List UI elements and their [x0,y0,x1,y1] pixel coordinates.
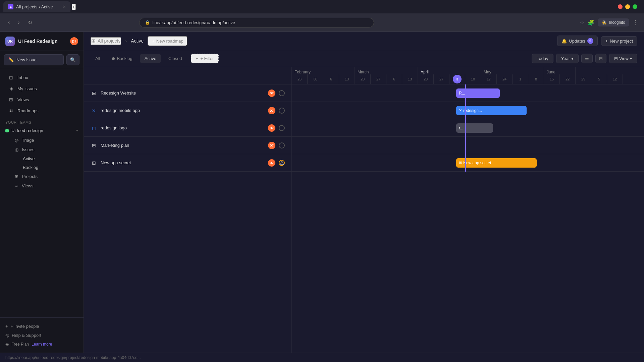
date-15: 15 [544,74,560,84]
workspace-name: UI Feed Redesign [18,39,67,44]
add-tab-button[interactable]: + [72,4,76,10]
sidebar-item-my-issues-label: My issues [17,86,37,91]
back-button[interactable]: ‹ [5,18,12,27]
sidebar-item-views[interactable]: ⊞ Views [3,94,81,105]
sidebar-item-inbox-label: Inbox [17,75,28,80]
incognito-label: Incognito [609,20,625,25]
date-20: 20 [355,74,371,84]
view-icon: ⊞ [614,56,618,61]
status-url: https://linear.app/ui-feed-redesign/proj… [5,355,141,360]
add-filter-button[interactable]: + + Filter [191,54,219,63]
filter-tab-active[interactable]: Active [140,54,161,63]
free-plan-info: ◉ Free Plan Learn more [5,340,78,349]
project-row-3[interactable]: ◻ redesign logo D7 [84,119,291,137]
incognito-button[interactable]: 🕵 Incognito [598,18,629,26]
address-bar[interactable]: 🔒 linear.app/ui-feed-redesign/roadmap/ac… [139,18,374,27]
new-issue-button[interactable]: ✏️ New issue [4,54,64,65]
search-button[interactable]: 🔍 [66,54,79,65]
project-row-5[interactable]: ⊞ New app secret D7 ⚠ [84,154,291,172]
project-1-status [279,90,285,96]
project-row-4[interactable]: ⊞ Marketing plan D7 [84,137,291,154]
filter-tab-all[interactable]: All [91,54,105,63]
date-27: 27 [371,74,386,84]
browser-chrome: ◈ All projects › Active ✕ + ✕ − + ‹ › ↻ … [0,0,644,32]
today-button[interactable]: Today [532,54,553,63]
bar-2-label: redesign... [463,108,482,113]
sidebar-item-backlog[interactable]: Backlog [20,163,81,172]
bar-2-icon: ✕ [459,108,462,113]
sidebar-item-active[interactable]: Active [20,155,81,163]
sidebar-item-triage-label: Triage [22,138,34,143]
learn-more-link[interactable]: Learn more [32,342,52,347]
year-button[interactable]: Year ▾ [556,54,579,63]
help-support-button[interactable]: ◎ Help & Support [5,331,78,340]
url-text: linear.app/ui-feed-redesign/roadmap/acti… [153,20,235,25]
gantt-bar-redesign-mobile[interactable]: ✕ redesign... [456,106,527,115]
sidebar-item-issues[interactable]: ◎ Issues [3,145,81,154]
project-row-2[interactable]: ✕ redesign mobile app D7 [84,102,291,119]
views-icon: ⊞ [8,97,14,103]
sidebar-item-projects[interactable]: ⊞ Projects [3,172,81,181]
date-29: 29 [576,74,591,84]
new-issue-label: New issue [16,57,37,62]
close-tab-button[interactable]: ✕ [62,4,66,9]
bar-5-label: New app secret [463,161,491,165]
close-window-button[interactable]: ✕ [618,4,623,9]
updates-button[interactable]: 🔔 Updates 5 [557,36,597,46]
timeline-inner: February March April May June 23 30 6 13… [292,67,644,172]
filter-tab-closed[interactable]: Closed [164,54,186,63]
roadmaps-icon: ≋ [8,108,14,114]
maximize-window-button[interactable]: + [633,4,637,9]
star-icon[interactable]: ☆ [580,19,584,26]
new-roadmap-button[interactable]: + New roadmap [148,36,187,46]
issues-children: Active Backlog [0,155,84,172]
minimize-window-button[interactable]: − [625,4,630,9]
date-20-mar: 20 [418,74,434,84]
menu-icon[interactable]: ⋮ [633,19,639,26]
new-project-button[interactable]: + New project [601,36,637,46]
gantt-bar-new-app-secret[interactable]: ⊞ New app secret [456,158,537,168]
sidebar-item-issues-label: Issues [22,147,35,152]
project-3-icon: ◻ [91,125,97,131]
triage-icon: ◎ [15,138,18,143]
list-view-button[interactable]: ☰ [581,54,593,63]
active-tab-label: Active [145,56,156,61]
view-options-button[interactable]: ⊞ View ▾ [609,54,637,63]
date-5: 5 [591,74,607,84]
all-projects-button[interactable]: ⊞ All projects [91,37,121,45]
sidebar-actions: ✏️ New issue 🔍 [0,51,84,69]
roadmap-area: ⊞ Redesign Website D7 ✕ redesign mobile … [84,67,644,353]
invite-people-button[interactable]: + + Invite people [5,322,78,331]
gantt-bar-redesign-website[interactable]: R... [456,88,500,98]
updates-badge: 5 [587,38,593,44]
month-jun: June [544,67,576,74]
status-bar: https://linear.app/ui-feed-redesign/proj… [0,353,644,362]
sidebar-item-views-team[interactable]: ≋ Views [3,181,81,190]
sidebar-item-my-issues[interactable]: ◈ My issues [3,83,81,94]
project-row-1[interactable]: ⊞ Redesign Website D7 [84,84,291,102]
date-3-today-container: 3 [449,74,465,84]
gantt-bar-redesign-logo[interactable]: r... [456,123,493,133]
views-team-icon: ≋ [15,183,18,188]
reload-button[interactable]: ↻ [25,18,35,27]
filter-tab-backlog[interactable]: Backlog [107,54,137,63]
active-tab[interactable]: ◈ All projects › Active ✕ [3,1,70,12]
user-avatar[interactable]: D7 [70,37,78,45]
help-label: Help & Support [12,333,41,338]
grid-view-button[interactable]: ⊞ [595,54,606,63]
header-right: 🔔 Updates 5 + New project [557,36,637,46]
tab-favicon: ◈ [8,4,13,9]
sidebar-item-roadmaps[interactable]: ≋ Roadmaps [3,105,81,116]
month-apr: April [418,67,481,74]
year-label: Year [561,56,570,61]
sidebar-item-inbox[interactable]: ◻ Inbox [3,72,81,83]
project-4-icon: ⊞ [91,142,97,149]
forward-button[interactable]: › [15,18,22,27]
project-2-name: redesign mobile app [101,108,265,113]
extension-icon[interactable]: 🧩 [588,19,594,26]
team-header[interactable]: Ui feed redesign ▾ [0,126,84,135]
new-roadmap-plus-icon: + [152,39,154,44]
sidebar-item-triage[interactable]: ◎ Triage [3,136,81,145]
date-6-feb: 6 [323,74,339,84]
main-content: ⊞ All projects › Active + New roadmap 🔔 … [84,32,644,353]
